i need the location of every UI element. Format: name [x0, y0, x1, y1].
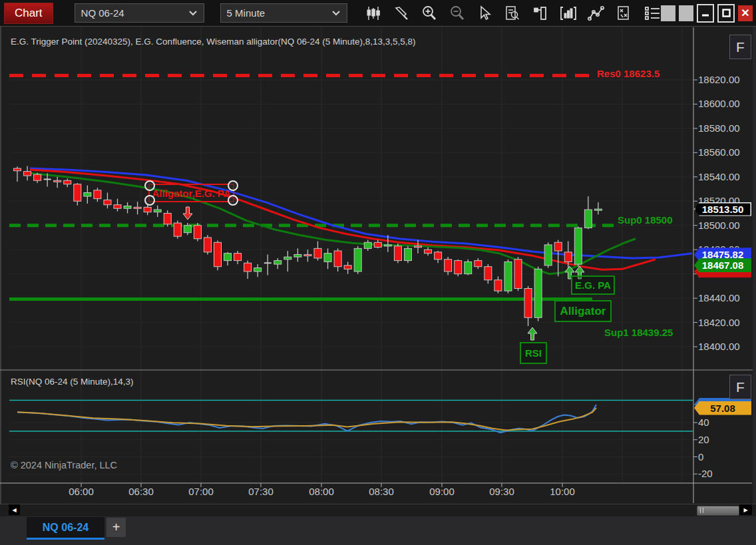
rsi-value-marker: 57.08	[694, 401, 751, 415]
drawing-handle-bottom-right[interactable]	[228, 195, 238, 206]
close-button[interactable]: ✕	[738, 5, 753, 21]
drawing-annotation-rectangle[interactable]: Alligator,E.G. PA	[148, 184, 234, 202]
draw-icon[interactable]	[393, 4, 411, 22]
price-axis-label: 18540.00	[698, 171, 740, 182]
zoom-in-icon[interactable]	[420, 4, 438, 22]
window-title-chart: Chart	[4, 3, 53, 24]
toolbar: Chart NQ 06-24 5 Minute	[0, 0, 756, 27]
price-axis-label: 18440.00	[698, 292, 740, 303]
signal-label-rsi: RSI	[520, 342, 547, 364]
window-right-edge	[753, 27, 756, 504]
rsi-panel-title: RSI(NQ 06-24 (5 Minute),14,3)	[11, 377, 134, 387]
chart-trader-icon[interactable]	[532, 4, 550, 22]
rsi-axis-label: 40	[698, 417, 709, 428]
window-controls: ✕	[661, 4, 753, 23]
rsi-axis-label: 0	[698, 451, 703, 462]
tab-bar: NQ 06-24 +	[0, 516, 756, 545]
maximize-button[interactable]	[717, 4, 735, 23]
price-axis-f-button[interactable]: F	[729, 35, 751, 59]
strategies-icon[interactable]	[615, 4, 633, 22]
time-axis-label: 08:00	[303, 486, 340, 497]
rsi-axis-f-button[interactable]: F	[729, 375, 751, 399]
interval-dropdown-value: 5 Minute	[227, 7, 266, 19]
price-axis-label: 18420.00	[698, 317, 740, 328]
resistance-level-label: Res0 18623.5	[597, 68, 660, 79]
price-axis-label: 18500.00	[698, 220, 740, 231]
drawing-handle-top-left[interactable]	[144, 180, 155, 191]
signal-label-alligator: Alligator	[554, 300, 612, 322]
time-axis-label: 07:30	[242, 486, 280, 497]
time-axis-label: 09:30	[483, 486, 520, 497]
drawing-tools-icon[interactable]	[587, 4, 605, 22]
zoom-out-icon[interactable]	[448, 4, 466, 22]
support1-level-label: Sup1 18439.25	[604, 327, 673, 338]
scroll-left-arrow[interactable]: ◀	[9, 504, 20, 515]
price-axis-label: 18620.00	[698, 74, 740, 85]
price-axis-label: 18400.00	[698, 341, 740, 352]
data-box-icon[interactable]	[504, 4, 522, 22]
time-axis-label: 09:00	[423, 486, 461, 497]
time-axis-label: 06:30	[122, 486, 160, 497]
chevron-down-icon	[331, 10, 341, 16]
price-axis-label: 18560.00	[698, 146, 740, 158]
cursor-icon[interactable]	[476, 4, 494, 22]
window-button-1[interactable]	[661, 5, 675, 21]
scroll-right-arrow[interactable]: ▶	[739, 504, 752, 515]
add-tab-button[interactable]: +	[106, 518, 126, 537]
instrument-dropdown-value: NQ 06-24	[81, 7, 124, 19]
bar-interval-icon[interactable]	[560, 4, 578, 22]
price-axis-label: 18600.00	[698, 98, 740, 109]
time-axis-label: 10:00	[544, 486, 581, 497]
window-button-2[interactable]	[679, 5, 693, 21]
drawing-handle-top-right[interactable]	[228, 180, 238, 191]
chart-style-icon[interactable]	[365, 4, 383, 22]
tab-nq-06-24[interactable]: NQ 06-24	[27, 517, 104, 540]
price-marker: 18513.50	[694, 202, 751, 216]
interval-dropdown[interactable]: 5 Minute	[220, 3, 347, 23]
indicators-icon[interactable]	[643, 4, 661, 22]
drawing-handle-bottom-left[interactable]	[144, 195, 155, 206]
price-axis-label: 18580.00	[698, 122, 740, 134]
time-axis-label: 06:00	[63, 486, 100, 497]
ninjatrader-chart-window: { "toolbar": { "chart_label": "Chart", "…	[0, 0, 756, 545]
instrument-dropdown[interactable]: NQ 06-24	[75, 3, 204, 23]
scrollbar-thumb[interactable]	[697, 506, 739, 516]
chevron-down-icon	[188, 10, 198, 16]
copyright-text: © 2024 NinjaTrader, LLC	[11, 460, 117, 470]
time-axis-label: 07:00	[182, 486, 220, 497]
price-marker: 18467.08	[694, 258, 751, 272]
chart-title: E.G. Trigger Point (20240325), E.G. Conf…	[11, 37, 416, 47]
support0-level-label: Sup0 18500	[618, 214, 673, 226]
rsi-axis-label: -20	[698, 468, 713, 479]
horizontal-scrollbar: ◀ ▶	[0, 504, 756, 516]
signal-label-eg-pa: E.G. PA	[571, 275, 615, 295]
time-axis-label: 08:30	[363, 486, 400, 497]
rsi-axis-label: 20	[698, 434, 709, 445]
minimize-button[interactable]	[697, 4, 714, 23]
